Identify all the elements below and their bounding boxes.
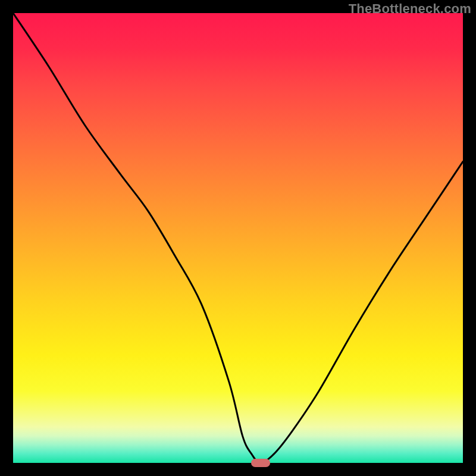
minimum-marker [251, 459, 270, 467]
bottleneck-curve [13, 13, 463, 463]
chart-frame: TheBottleneck.com [0, 0, 476, 476]
plot-area [13, 13, 463, 463]
